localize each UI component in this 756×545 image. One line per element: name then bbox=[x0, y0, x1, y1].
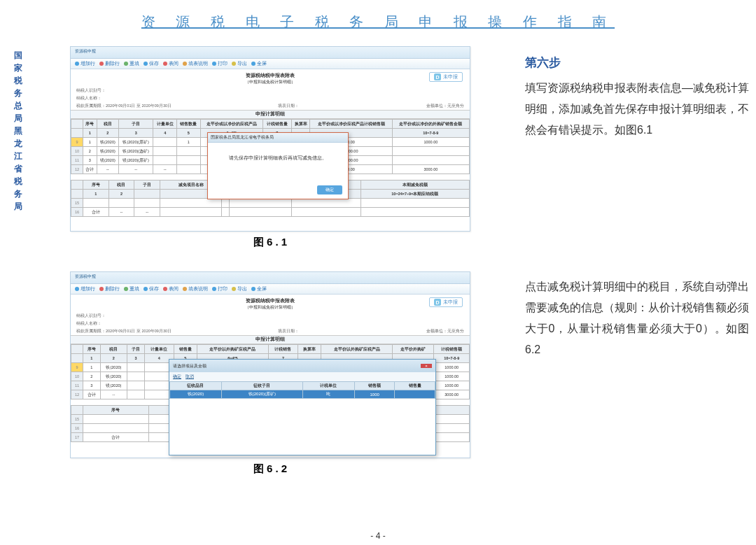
step-6-paragraph-2: 点击减免税计算明细中的税目，系统自动弹出需要减免的信息（规则：从价计税销售额必须… bbox=[525, 276, 749, 360]
table-row: 16合计---- bbox=[71, 208, 470, 217]
section-1-header: 申报计算明细 bbox=[71, 110, 470, 119]
fullscreen-button[interactable]: 全屏 bbox=[251, 61, 267, 67]
status-badge: D未申报 bbox=[429, 297, 463, 307]
form-title: 资源税纳税申报表附表 bbox=[71, 69, 470, 79]
dialog-ok-button[interactable]: 确定 bbox=[317, 185, 342, 194]
del-row-button[interactable]: 删除行 bbox=[99, 286, 120, 292]
period-info: 税款所属期限：2020年09月01日 至 2020年09月30日 填表日期： 金… bbox=[71, 102, 470, 110]
save-button[interactable]: 保存 bbox=[144, 61, 159, 67]
org-vertical-label: 国家税 务总局 黑龙江 省税务 局 bbox=[10, 49, 26, 213]
help-button[interactable]: 填表说明 bbox=[183, 61, 208, 67]
form-subtitle: （申报和减免税计算明细） bbox=[71, 79, 470, 85]
add-row-button[interactable]: 增加行 bbox=[75, 286, 95, 292]
popup-selected-row[interactable]: 铁(2020)铁(2020)(原矿)吨1000 bbox=[170, 390, 435, 399]
taxpayer-name-label: 纳税人名称： bbox=[71, 320, 470, 327]
form-subtitle: （申报和减免税计算明细） bbox=[71, 304, 470, 311]
doc-title: 资 源 税 电 子 税 务 局 申 报 操 作 指 南 bbox=[0, 13, 756, 31]
save-button[interactable]: 保存 bbox=[144, 286, 159, 292]
taxpayer-id-label: 纳税人识别号： bbox=[71, 87, 470, 94]
toolbar: 增加行 删除行 重填 保存 表间 填表说明 打印 导出 全屏 bbox=[71, 284, 470, 295]
popup-table[interactable]: 征收品目征收子目计税单位销售额销售量 铁(2020)铁(2020)(原矿)吨10… bbox=[169, 381, 435, 399]
figure-6-1-caption: 图 6 . 1 bbox=[70, 236, 470, 249]
export-button[interactable]: 导出 bbox=[232, 286, 247, 292]
popup-cancel-button[interactable]: 取消 bbox=[186, 374, 194, 380]
error-dialog: 国家税务总局黑龙江省电子税务局 请先保存申报计算明细表后再填写减免信息。 确定 bbox=[207, 132, 349, 199]
inter-table-button[interactable]: 表间 bbox=[163, 286, 178, 292]
reset-button[interactable]: 重填 bbox=[124, 61, 139, 67]
toolbar: 增加行 删除行 重填 保存 表间 填表说明 打印 导出 全屏 bbox=[71, 59, 470, 69]
taxpayer-id-label: 纳税人识别号： bbox=[71, 312, 470, 320]
table-row: 15 bbox=[71, 199, 470, 208]
page-number: - 4 - bbox=[0, 531, 756, 541]
form-title: 资源税纳税申报表附表 bbox=[71, 295, 470, 304]
dialog-message: 请先保存申报计算明细表后再填写减免信息。 bbox=[208, 143, 348, 183]
close-icon[interactable]: × bbox=[421, 364, 432, 368]
help-button[interactable]: 填表说明 bbox=[183, 286, 208, 292]
figure-6-2: 资源税申报 增加行 删除行 重填 保存 表间 填表说明 打印 导出 全屏 D未申… bbox=[70, 271, 470, 476]
step6-text-block-1: 第六步 填写资源税纳税申报表附表信息—减免税计算明细，添加减免首先保存申报计算明… bbox=[525, 52, 749, 141]
popup-ok-button[interactable]: 确定 bbox=[173, 374, 181, 380]
section-1-header: 申报计算明细 bbox=[71, 335, 470, 344]
screenshot-6-2: 资源税申报 增加行 删除行 重填 保存 表间 填表说明 打印 导出 全屏 D未申… bbox=[70, 271, 470, 458]
export-button[interactable]: 导出 bbox=[232, 61, 247, 67]
figure-6-2-caption: 图 6 . 2 bbox=[70, 462, 470, 476]
step-6-title: 第六步 bbox=[525, 52, 749, 73]
step6-text-block-2: 点击减免税计算明细中的税目，系统自动弹出需要减免的信息（规则：从价计税销售额必须… bbox=[525, 276, 749, 360]
item-selector-popup: 请选择项目及金额 × 确定 取消 征收品目征收子目计税单位销售额销售量 铁(20… bbox=[169, 359, 436, 455]
screenshot-6-1: 资源税申报 增加行 删除行 重填 保存 表间 填表说明 打印 导出 全屏 D未申… bbox=[70, 46, 470, 232]
add-row-button[interactable]: 增加行 bbox=[75, 61, 95, 67]
period-info: 税款所属期限：2020年09月01日 至 2020年09月30日 填表日期： 金… bbox=[71, 327, 470, 335]
del-row-button[interactable]: 删除行 bbox=[99, 61, 120, 67]
window-titlebar: 资源税申报 bbox=[71, 272, 470, 284]
reset-button[interactable]: 重填 bbox=[124, 286, 139, 292]
fullscreen-button[interactable]: 全屏 bbox=[251, 286, 267, 292]
print-button[interactable]: 打印 bbox=[212, 61, 227, 67]
taxpayer-name-label: 纳税人名称： bbox=[71, 94, 470, 102]
status-badge: D未申报 bbox=[429, 72, 463, 82]
inter-table-button[interactable]: 表间 bbox=[163, 61, 178, 67]
print-button[interactable]: 打印 bbox=[212, 286, 227, 292]
step-6-paragraph-1: 填写资源税纳税申报表附表信息—减免税计算明细，添加减免首先保存申报计算明细表，不… bbox=[525, 78, 749, 141]
popup-title: 请选择项目及金额 bbox=[173, 363, 206, 369]
window-titlebar: 资源税申报 bbox=[71, 47, 470, 59]
dialog-title: 国家税务总局黑龙江省电子税务局 bbox=[208, 133, 348, 143]
figure-6-1: 资源税申报 增加行 删除行 重填 保存 表间 填表说明 打印 导出 全屏 D未申… bbox=[70, 46, 470, 249]
